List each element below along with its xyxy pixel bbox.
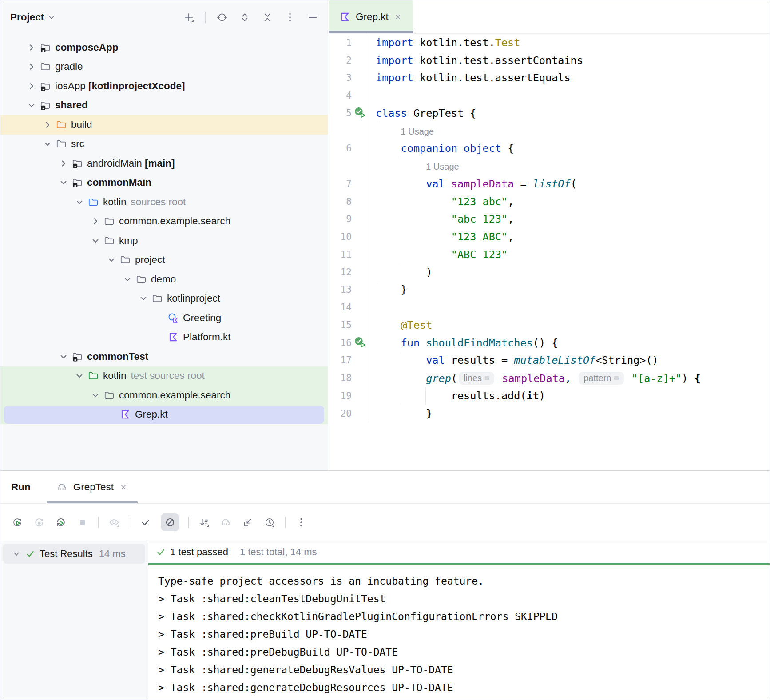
close-icon[interactable]	[393, 12, 402, 21]
chevron-right-icon[interactable]	[58, 158, 69, 169]
tree-item-demo[interactable]: demo	[0, 270, 328, 289]
chevron-right-icon[interactable]	[26, 42, 37, 53]
chevron-right-icon[interactable]	[26, 61, 37, 72]
separator	[205, 12, 206, 23]
line-number: 17	[329, 355, 352, 366]
tree-item-composeapp[interactable]: composeApp	[0, 38, 328, 57]
add-button[interactable]	[183, 11, 195, 24]
run-panel-title: Run	[0, 481, 47, 493]
line-number: 2	[329, 55, 352, 66]
usages-inlay-hint[interactable]: 1 Usage	[401, 127, 434, 136]
gradle-icon	[56, 481, 68, 493]
locate-button[interactable]	[216, 11, 228, 24]
run-tool-window: Run GrepTest Test Re	[0, 470, 770, 700]
rerun-failed-button[interactable]	[33, 516, 45, 529]
tree-item-kotlintest-sources-root[interactable]: kotlintest sources root	[0, 366, 328, 386]
code-line-6: 6 companion object {	[329, 140, 770, 158]
chevron-down-icon[interactable]	[74, 197, 85, 207]
tree-item-src[interactable]: src	[0, 135, 328, 154]
run-tab-label: GrepTest	[73, 481, 114, 493]
line-number: 5	[329, 108, 352, 119]
usages-inlay-hint[interactable]: 1 Usage	[426, 162, 459, 171]
line-number: 14	[329, 302, 352, 313]
show-ignored-button[interactable]	[161, 513, 179, 531]
run-toolbar	[0, 504, 770, 541]
indent-guide	[425, 388, 426, 405]
stop-button[interactable]	[76, 516, 89, 529]
indent-spacer	[154, 332, 165, 342]
tree-item-androidmain[interactable]: androidMain [main]	[0, 154, 328, 173]
tree-item-shared[interactable]: shared	[0, 96, 328, 115]
tree-item-commonmain[interactable]: commonMain	[0, 173, 328, 193]
parameter-hint: pattern =	[579, 372, 624, 385]
chevron-down-icon[interactable]	[90, 390, 101, 401]
tree-item-grep-kt[interactable]: Grep.kt	[0, 405, 328, 425]
rerun-button[interactable]	[11, 516, 24, 529]
test-results-row[interactable]: Test Results 14 ms	[3, 544, 145, 564]
tree-item-platform-kt[interactable]: Platform.kt	[0, 328, 328, 347]
import-results-button[interactable]	[242, 516, 254, 529]
tree-item-commontest[interactable]: commonTest	[0, 347, 328, 366]
sort-by-duration-button[interactable]	[198, 516, 210, 529]
chevron-down-icon[interactable]	[58, 177, 69, 188]
rerun-auto-button[interactable]	[55, 516, 67, 529]
tree-item-kotlinproject[interactable]: kotlinproject	[0, 289, 328, 309]
code-line-2: 2import kotlin.test.assertContains	[329, 52, 770, 69]
chevron-right-icon[interactable]	[42, 119, 53, 130]
tree-item-common-example-search[interactable]: common.example.search	[0, 212, 328, 231]
close-icon[interactable]	[119, 483, 128, 492]
tree-item-kotlinsources-root[interactable]: kotlinsources root	[0, 192, 328, 212]
folder-icon	[103, 390, 115, 401]
chevron-down-icon[interactable]	[138, 293, 149, 304]
hide-button[interactable]	[306, 11, 319, 24]
show-passed-button[interactable]	[139, 516, 152, 529]
chevron-down-icon[interactable]	[58, 351, 69, 362]
more-button[interactable]	[295, 516, 307, 529]
line-number: 7	[329, 179, 352, 189]
collapse-all-button[interactable]	[261, 11, 274, 24]
chevron-down-icon[interactable]	[90, 235, 101, 246]
watch-button[interactable]	[108, 516, 120, 529]
chevron-down-icon[interactable]	[26, 100, 37, 111]
expand-all-button[interactable]	[238, 11, 251, 24]
run-test-gutter-icon[interactable]	[353, 106, 367, 120]
folder-icon	[103, 215, 115, 227]
chevron-down-icon[interactable]	[74, 370, 85, 381]
tree-item-iosapp[interactable]: iosApp [kotlinprojectXcode]	[0, 76, 328, 96]
tree-item-kmp[interactable]: kmp	[0, 231, 328, 251]
tree-item-build[interactable]: build	[0, 115, 328, 135]
tree-item-greeting[interactable]: Greeting	[0, 308, 328, 328]
folder-icon	[103, 235, 115, 247]
gradle-button[interactable]	[220, 516, 232, 529]
chevron-down-icon[interactable]	[42, 139, 53, 149]
tab-grep-kt[interactable]: Grep.kt	[329, 0, 413, 33]
tree-item-gradle[interactable]: gradle	[0, 57, 328, 77]
code-line-17: 17 val results = mutableListOf<String>()	[329, 352, 770, 370]
history-button[interactable]	[263, 516, 276, 529]
run-test-gutter-icon[interactable]	[353, 336, 367, 350]
code-line-4: 4	[329, 87, 770, 104]
code-line-1: 1import kotlin.test.Test	[329, 34, 770, 52]
chevron-down-icon[interactable]	[122, 274, 133, 285]
more-button[interactable]	[284, 11, 296, 24]
chevron-right-icon[interactable]	[26, 81, 37, 91]
code-editor[interactable]: 1import kotlin.test.Test2import kotlin.t…	[329, 34, 770, 422]
tab-selected-indicator	[329, 31, 413, 33]
run-tab-selected-indicator	[47, 501, 138, 503]
tree-item-project[interactable]: project	[0, 251, 328, 270]
tests-passed-label: 1 test passed	[170, 546, 228, 558]
chevron-down-icon[interactable]	[106, 255, 117, 265]
kotlin-file-icon	[167, 331, 179, 343]
tree-item-common-example-search[interactable]: common.example.search	[0, 386, 328, 405]
ide-window: Project composeAppgradleiosApp [kotlinpr…	[0, 0, 770, 700]
indent-spacer	[154, 313, 165, 323]
tab-greptest[interactable]: GrepTest	[47, 471, 138, 503]
project-view-selector[interactable]: Project	[10, 12, 56, 23]
folder-icon	[119, 254, 131, 266]
test-results-time: 14 ms	[99, 548, 126, 560]
line-number: 13	[329, 284, 352, 295]
parameter-hint: lines =	[459, 372, 494, 385]
chevron-right-icon[interactable]	[90, 216, 101, 227]
run-console[interactable]: Type-safe project accessors is an incuba…	[148, 565, 770, 700]
module-icon	[40, 42, 51, 53]
